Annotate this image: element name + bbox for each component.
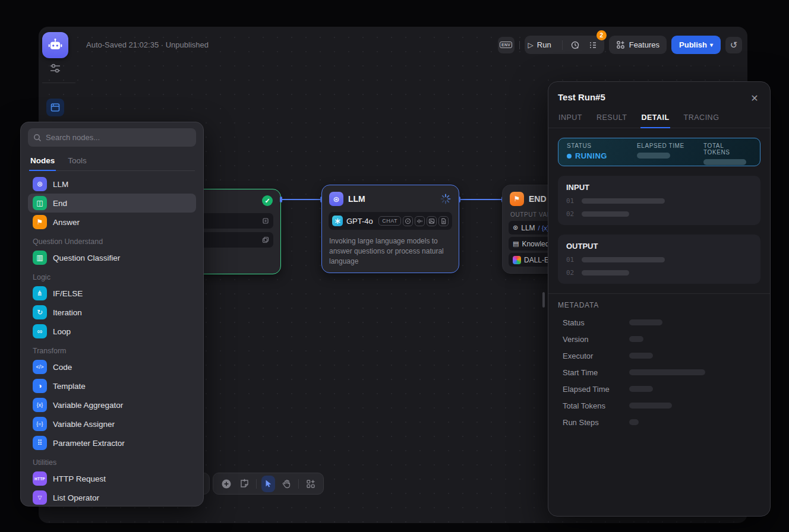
workflow-window-icon[interactable] [46,99,64,116]
skeleton-bar [629,386,653,392]
node-item-http-request[interactable]: HTTP HTTP Request [28,469,196,488]
node-item-list-operator[interactable]: ▽ List Operator [28,488,196,506]
env-button[interactable]: ENV [498,37,515,53]
version-history-icon: ↺ [730,40,738,50]
hand-icon[interactable] [280,476,293,492]
section-utilities: Utilities [28,452,196,469]
openai-icon [332,216,343,226]
tab-nodes[interactable]: Nodes [29,153,56,171]
metadata-row: Executor [558,347,760,364]
close-icon[interactable]: ✕ [747,91,762,105]
search-input[interactable] [46,133,191,142]
metadata-row: Total Tokens [558,397,760,414]
branch-icon: ⋔ [33,286,47,300]
features-button[interactable]: Features [609,36,667,54]
node-item-iteration[interactable]: ↻ Iteration [28,303,196,322]
template-icon: ◑ [33,379,47,393]
search-icon [33,134,42,142]
version-history-button[interactable]: ↺ [725,37,742,53]
add-node-icon[interactable] [219,476,233,492]
toolbar-divider [298,479,299,489]
tab-tools[interactable]: Tools [67,153,88,170]
panel-divider [548,293,770,294]
copy-icon [262,217,269,224]
llm-node-title: LLM [348,194,365,204]
node-item-end[interactable]: ◫ End [28,194,196,213]
status-card: STATUS RUNING ELAPSED TIME TOTAL TOKENS [558,138,760,166]
test-run-panel: Test Run#5 ✕ INPUT RESULT DETAIL TRACING… [548,81,771,517]
tab-tracing[interactable]: TRACING [683,110,720,128]
node-item-parameter-extractor[interactable]: ⠿ Parameter Extractor [28,433,196,452]
assigner-icon: {=} [33,417,47,431]
run-group-divider [562,40,563,50]
brain-icon: ⊛ [33,177,47,191]
dalle-icon [513,256,521,264]
toolbar-divider [519,41,520,49]
brain-icon: ⊛ [513,224,518,232]
metadata-row: Start Time [558,364,760,381]
output-card: OUTPUT 01 02 [558,235,760,284]
flag-icon: ⚑ [510,192,524,206]
audio-icon [415,216,425,226]
elapsed-time-label: ELAPSED TIME [637,142,703,149]
add-note-icon[interactable] [238,476,251,492]
tab-result[interactable]: RESULT [596,110,627,128]
checklist-badge: 2 [597,30,607,40]
brain-icon: ⊛ [329,192,343,206]
node-item-if-else[interactable]: ⋔ IF/ELSE [28,284,196,303]
aggregator-icon: {x} [33,398,47,412]
node-item-template[interactable]: ◑ Template [28,376,196,395]
pointer-icon[interactable] [261,476,275,492]
clock-run-icon[interactable] [567,37,583,53]
tab-detail[interactable]: DETAIL [640,110,670,128]
chat-mode-badge: CHAT [378,216,401,226]
running-dot-icon [567,154,572,159]
canvas-toolbar [213,473,324,495]
organize-icon[interactable] [304,476,317,492]
skeleton-bar [629,419,639,425]
skeleton-bar [703,159,746,165]
edge-llm-end [459,199,503,200]
canvas-scrollbar[interactable] [542,292,545,308]
document-icon [438,216,449,226]
run-panel-title: Test Run#5 [548,82,770,102]
node-item-loop[interactable]: ∞ Loop [28,322,196,341]
publish-button[interactable]: Publish ▾ [671,36,721,54]
node-item-variable-aggregator[interactable]: {x} Variable Aggregator [28,395,196,414]
node-item-variable-assigner[interactable]: {=} Variable Assigner [28,414,196,433]
node-panel-tabs: Nodes Tools [29,153,195,171]
env-icon: ENV [500,42,512,48]
total-tokens-label: TOTAL TOKENS [703,142,752,156]
run-button[interactable]: Run [536,40,557,49]
metadata-row: Run Steps [558,414,760,430]
run-panel-tabs: INPUT RESULT DETAIL TRACING [548,110,770,128]
skeleton-bar [582,257,665,262]
model-name: GPT-4o [346,217,373,226]
metadata-row: Elapsed Time [558,381,760,397]
sidebar-divider [42,83,75,83]
skeleton-bar [629,369,705,375]
section-transform: Transform [28,341,196,357]
node-item-question-classifier[interactable]: ▥ Question Classifier [28,248,196,267]
image-icon [427,216,437,226]
classifier-icon: ▥ [33,251,47,265]
end-icon: ◫ [33,196,47,210]
skeleton-bar [637,153,670,159]
model-selector[interactable]: GPT-4o CHAT [329,212,452,230]
edge-start-llm [281,199,321,200]
node-item-llm[interactable]: ⊛ LLM [28,175,196,194]
app-robot-icon[interactable] [42,32,68,58]
metadata-title: METADATA [558,301,760,309]
chevron-down-icon: ▾ [710,42,713,48]
http-icon: HTTP [33,471,47,486]
spinner-icon [440,193,452,205]
search-box[interactable] [28,128,196,147]
input-card: INPUT 01 02 [558,176,760,225]
node-item-answer[interactable]: ⚑ Answer [28,213,196,232]
llm-node[interactable]: ⊛ LLM GPT-4o CHAT [321,185,459,273]
status-label: STATUS [567,142,637,149]
skeleton-bar [582,270,629,276]
node-item-code[interactable]: </> Code [28,357,196,376]
preferences-sliders-icon[interactable] [48,62,62,75]
tab-input[interactable]: INPUT [558,110,583,128]
